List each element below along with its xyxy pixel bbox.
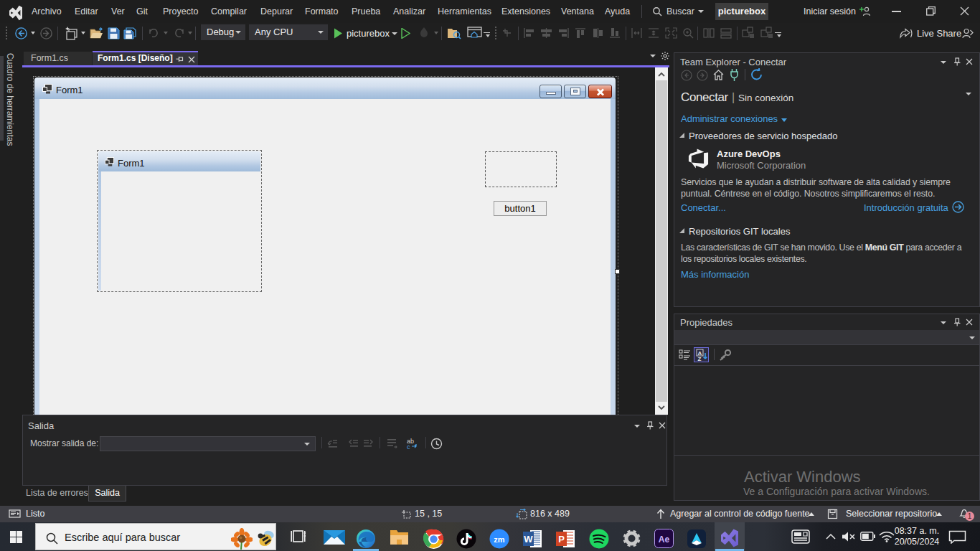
svg-text:c: c [407,443,410,450]
svg-text:Z: Z [698,356,702,362]
svg-text:zm: zm [494,535,505,544]
svg-text:W: W [524,534,533,545]
svg-text:Ae: Ae [659,534,670,545]
svg-text:P: P [558,534,565,545]
